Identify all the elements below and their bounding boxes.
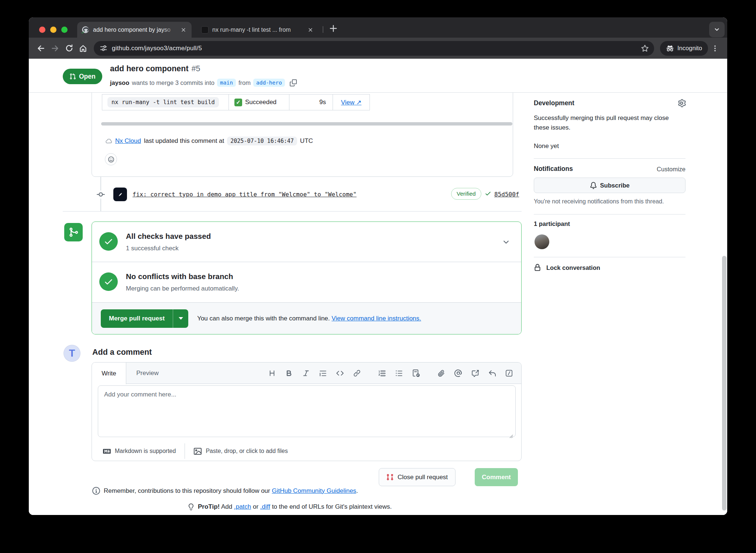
checks-table: nx run-many -t lint test build ✓ Succeed… [102,94,370,110]
tab-nx-run[interactable]: nx run-many -t lint test ... from [197,22,319,38]
no-conflicts-icon [99,272,118,291]
add-reaction-button[interactable] [105,153,117,165]
external-arrow-icon: ↗ [356,99,361,106]
check-command: nx run-many -t lint test build [107,97,219,107]
git-commit-icon [97,190,105,199]
tab-title: nx run-many -t lint test ... from [212,27,302,33]
tab-write[interactable]: Write [92,363,126,384]
timeline-divider [63,211,522,212]
traffic-light-close[interactable] [39,27,45,33]
page-scrollbar[interactable] [722,256,726,511]
pr-header: Open add hero component#5 jaysoo wants t… [29,59,727,93]
participant-avatar[interactable] [535,234,549,249]
head-branch-chip[interactable]: add-hero [253,79,285,87]
lock-label: Lock conversation [546,264,600,271]
tab-pull-request[interactable]: add hero component by jayso [77,22,192,38]
mention-icon[interactable] [454,369,462,377]
markdown-supported[interactable]: Markdown is supported [103,447,176,455]
reload-button[interactable] [62,41,76,55]
resize-handle-icon[interactable] [508,433,513,438]
cross-reference-icon[interactable] [471,369,479,377]
development-heading: Development [534,99,685,107]
comment-button[interactable]: Comment [475,468,518,486]
site-settings-icon[interactable] [100,44,107,52]
nx-favicon-icon [201,26,209,34]
traffic-light-minimize[interactable] [50,27,56,33]
link-icon[interactable] [353,369,361,377]
comment-tabs: Write Preview [92,363,521,384]
nx-cloud-link[interactable]: Nx Cloud [115,137,141,145]
current-user-avatar: T [63,345,80,362]
customize-link[interactable]: Customize [534,166,685,173]
numbered-list-icon[interactable] [378,369,386,377]
merge-pull-request-button[interactable]: Merge pull request [101,309,188,328]
checks-passed-title: All checks have passed [126,232,211,241]
check-duration-cell: 9s [289,94,333,110]
attach-file-icon[interactable] [437,369,445,377]
diff-link[interactable]: .diff [260,503,270,510]
italic-icon[interactable] [302,369,310,377]
bookmark-star-icon[interactable] [639,42,651,55]
merge-options-dropdown[interactable] [173,309,188,328]
bold-icon[interactable] [285,369,293,377]
tab-close-icon[interactable] [179,25,188,34]
markdown-toolbar [268,363,513,384]
saved-replies-icon[interactable] [488,369,496,377]
github-pr-page: nx run-many -t lint test build ✓ Succeed… [29,59,727,515]
forward-button[interactable] [48,41,62,55]
pr-author[interactable]: jaysoo [110,79,129,86]
browser-window: add hero component by jayso nx run-many … [29,17,727,515]
tab-search-button[interactable] [709,22,725,37]
gear-icon[interactable] [677,99,686,108]
quote-icon[interactable] [319,369,327,377]
base-branch-chip[interactable]: main [217,79,236,87]
paste-drop-files[interactable]: Paste, drop, or click to add files [194,447,288,455]
committer-avatar[interactable] [113,188,127,201]
task-list-icon[interactable] [412,369,420,377]
check-view-cell: View ↗ [333,94,370,110]
code-icon[interactable] [336,369,344,377]
commit-sha-link[interactable]: 85d500f [494,191,519,198]
subscribe-button[interactable]: Subscribe [534,178,685,193]
address-bar[interactable]: github.com/jaysoo3/acme/pull/5 [94,41,654,56]
horizontal-scrollbar[interactable] [101,122,512,126]
home-button[interactable] [76,41,90,55]
verified-badge[interactable]: Verified [451,188,481,200]
tab-close-icon[interactable] [306,25,315,34]
tab-strip: add hero component by jayso nx run-many … [29,17,727,38]
url-text: github.com/jaysoo3/acme/pull/5 [112,45,634,52]
sidebar-divider [534,214,685,214]
view-link[interactable]: View ↗ [341,99,362,106]
image-icon [194,447,202,455]
sidebar-divider [534,257,685,257]
comment-textarea[interactable] [98,385,516,437]
no-conflicts-title: No conflicts with base branch [126,272,233,281]
commit-message-link[interactable]: fix: correct typo in demo app title from… [133,191,357,198]
community-guidelines-link[interactable]: GitHub Community Guidelines [272,487,356,494]
check-duration: 9s [319,99,326,106]
lock-conversation[interactable]: Lock conversation [534,264,600,271]
pr-subtitle: jaysoo wants to merge 3 commits into mai… [110,79,297,87]
copy-branch-icon[interactable] [290,79,297,86]
smiley-icon [108,156,114,163]
traffic-light-zoom[interactable] [61,27,68,33]
patch-link[interactable]: .patch [234,503,251,510]
back-button[interactable] [34,41,48,55]
development-none: None yet [534,141,685,151]
new-tab-button[interactable] [329,24,338,33]
check-status-cell: ✓ Succeeded [229,94,289,110]
close-pull-request-button[interactable]: Close pull request [379,468,456,486]
tab-preview[interactable]: Preview [126,363,169,384]
heading-icon[interactable] [268,369,276,377]
bullet-list-icon[interactable] [395,369,403,377]
merge-box-divider [92,262,521,262]
participants-heading: 1 participant [534,220,685,227]
cli-instructions-link[interactable]: View command line instructions. [331,315,421,322]
merge-actions: Merge pull request You can also merge th… [92,302,521,334]
footer-divider [185,443,185,459]
comment-footer: Markdown is supported Paste, drop, or cl… [103,444,288,458]
expand-checks-icon[interactable] [502,238,510,246]
browser-menu-icon[interactable] [708,41,722,55]
slash-commands-icon[interactable] [505,369,513,377]
pr-number: #5 [192,64,200,73]
